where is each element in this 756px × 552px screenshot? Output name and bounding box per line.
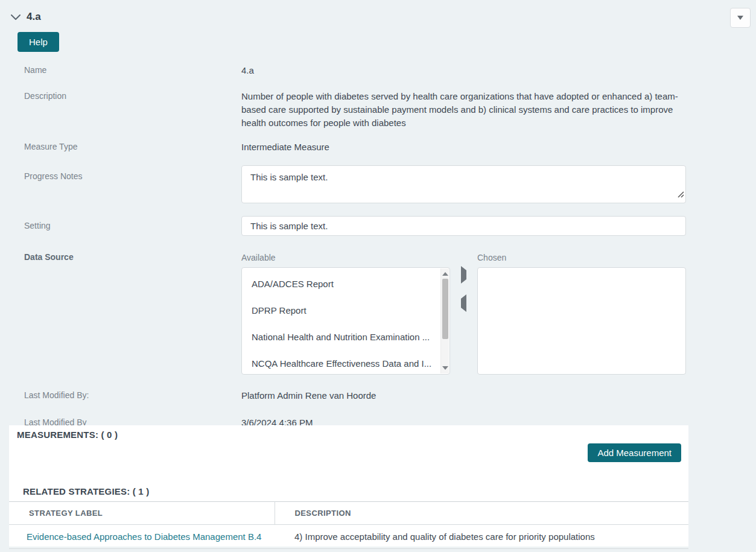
measure-detail-page: 4.a Help Name 4.a Description Number of … xyxy=(0,0,756,552)
table-header-row: STRATEGY LABEL DESCRIPTION xyxy=(9,502,688,525)
available-list-scrollbar[interactable] xyxy=(440,268,449,373)
measurements-card: MEASUREMENTS: ( 0 ) Add Measurement RELA… xyxy=(9,425,688,547)
page-title: 4.a xyxy=(27,11,41,23)
related-strategies-table: STRATEGY LABEL DESCRIPTION Evidence-base… xyxy=(9,501,688,549)
add-measurement-button[interactable]: Add Measurement xyxy=(588,443,681,462)
form-row-name: Name 4.a xyxy=(0,64,756,77)
arrow-left-icon xyxy=(461,294,466,312)
progress-notes-textarea[interactable]: This is sample text. xyxy=(241,165,686,203)
list-item[interactable]: National Health and Nutrition Examinatio… xyxy=(242,324,449,351)
last-modified-by-label: Last Modified By: xyxy=(0,389,241,400)
data-source-dual-list: Available ADA/ADCES Report DPRP Report N… xyxy=(241,251,686,375)
column-header-strategy-label: STRATEGY LABEL xyxy=(9,502,275,525)
last-modified-by-value: Platform Admin Rene van Hoorde xyxy=(241,389,686,402)
form-row-progress-notes: Progress Notes This is sample text. xyxy=(0,165,756,203)
available-listbox[interactable]: ADA/ADCES Report DPRP Report National He… xyxy=(241,267,450,375)
caret-down-icon xyxy=(737,16,743,20)
table-row: Evidence-based Approaches to Diabetes Ma… xyxy=(9,525,688,549)
related-strategies-title: RELATED STRATEGIES: ( 1 ) xyxy=(23,486,688,496)
chevron-down-icon xyxy=(11,13,21,22)
measure-type-value: Intermediate Measure xyxy=(241,141,686,154)
section-actions-menu-button[interactable] xyxy=(730,8,751,28)
available-column: Available ADA/ADCES Report DPRP Report N… xyxy=(241,251,450,375)
arrow-right-icon xyxy=(461,266,466,284)
strategy-link[interactable]: Evidence-based Approaches to Diabetes Ma… xyxy=(27,531,261,542)
section-header: 4.a xyxy=(0,0,756,23)
measurements-title: MEASUREMENTS: ( 0 ) xyxy=(17,430,688,440)
form-row-last-modified-by: Last Modified By: Platform Admin Rene va… xyxy=(0,389,756,402)
description-label: Description xyxy=(0,90,241,101)
transfer-controls xyxy=(450,251,477,375)
move-to-available-button[interactable] xyxy=(459,301,469,306)
column-header-description: DESCRIPTION xyxy=(275,502,688,525)
measure-form: Name 4.a Description Number of people wi… xyxy=(0,64,756,430)
setting-input[interactable] xyxy=(241,216,686,236)
description-value: Number of people with diabetes served by… xyxy=(241,90,686,130)
chosen-label: Chosen xyxy=(477,251,686,264)
chosen-column: Chosen xyxy=(477,251,686,375)
name-label: Name xyxy=(0,64,241,75)
data-source-label: Data Source xyxy=(0,251,241,262)
form-row-data-source: Data Source Available ADA/ADCES Report D… xyxy=(0,251,756,375)
scroll-up-icon[interactable] xyxy=(442,272,448,276)
form-row-setting: Setting xyxy=(0,216,756,236)
scroll-down-icon[interactable] xyxy=(442,366,448,370)
name-value: 4.a xyxy=(241,64,686,77)
list-item[interactable]: DPRP Report xyxy=(242,297,449,324)
measure-type-label: Measure Type xyxy=(0,141,241,151)
scrollbar-thumb[interactable] xyxy=(442,279,448,339)
available-label: Available xyxy=(241,251,450,264)
progress-notes-label: Progress Notes xyxy=(0,165,241,181)
strategy-description: 4) Improve acceptability and quality of … xyxy=(275,525,688,549)
form-row-description: Description Number of people with diabet… xyxy=(0,90,756,130)
list-item[interactable]: NCQA Healthcare Effectiveness Data and I… xyxy=(242,351,449,375)
chosen-listbox[interactable] xyxy=(477,267,686,375)
move-to-chosen-button[interactable] xyxy=(459,273,469,278)
setting-label: Setting xyxy=(0,216,241,230)
form-row-measure-type: Measure Type Intermediate Measure xyxy=(0,141,756,154)
help-button[interactable]: Help xyxy=(17,32,59,52)
collapse-section-button[interactable] xyxy=(11,13,21,22)
list-item[interactable]: ADA/ADCES Report xyxy=(242,271,449,297)
